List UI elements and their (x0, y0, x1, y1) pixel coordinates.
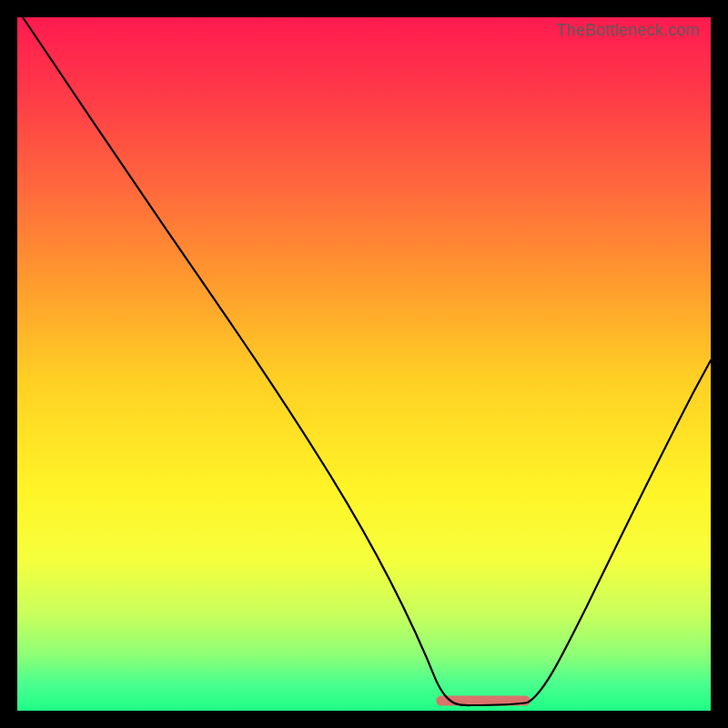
bottleneck-curve (23, 17, 711, 705)
chart-frame: TheBottleneck.com (0, 0, 728, 728)
chart-svg (17, 17, 711, 711)
plot-area: TheBottleneck.com (16, 16, 712, 712)
